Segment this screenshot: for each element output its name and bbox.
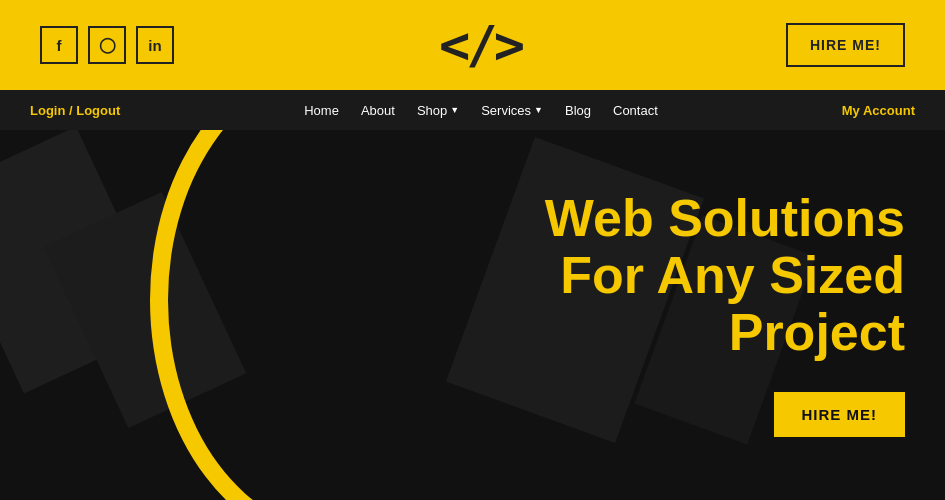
hero-heading: Web Solutions For Any Sized Project xyxy=(545,190,905,362)
main-navbar: Login / Logout Home About Shop ▼ Service… xyxy=(0,90,945,130)
hire-me-button-hero[interactable]: HIRE ME! xyxy=(774,392,906,437)
linkedin-icon[interactable]: in xyxy=(136,26,174,64)
hero-line-2: For Any Sized xyxy=(545,247,905,304)
my-account-link[interactable]: My Account xyxy=(842,103,915,118)
instagram-icon[interactable]: ◯ xyxy=(88,26,126,64)
services-dropdown-icon: ▼ xyxy=(534,105,543,115)
hero-line-3: Project xyxy=(545,304,905,361)
facebook-icon[interactable]: f xyxy=(40,26,78,64)
social-icons-group: f ◯ in xyxy=(40,26,174,64)
hire-me-button-header[interactable]: HIRE ME! xyxy=(786,23,905,67)
nav-links: Home About Shop ▼ Services ▼ Blog Contac… xyxy=(304,103,658,118)
hero-section: Web Solutions For Any Sized Project HIRE… xyxy=(0,130,945,500)
shop-dropdown-icon: ▼ xyxy=(450,105,459,115)
hero-text-block: Web Solutions For Any Sized Project HIRE… xyxy=(545,190,905,437)
nav-blog[interactable]: Blog xyxy=(565,103,591,118)
nav-home[interactable]: Home xyxy=(304,103,339,118)
login-logout-link[interactable]: Login / Logout xyxy=(30,103,120,118)
site-header: f ◯ in </> HIRE ME! xyxy=(0,0,945,90)
nav-services[interactable]: Services ▼ xyxy=(481,103,543,118)
nav-about[interactable]: About xyxy=(361,103,395,118)
nav-shop[interactable]: Shop ▼ xyxy=(417,103,459,118)
logo[interactable]: </> xyxy=(439,15,521,75)
hero-line-1: Web Solutions xyxy=(545,190,905,247)
nav-contact[interactable]: Contact xyxy=(613,103,658,118)
